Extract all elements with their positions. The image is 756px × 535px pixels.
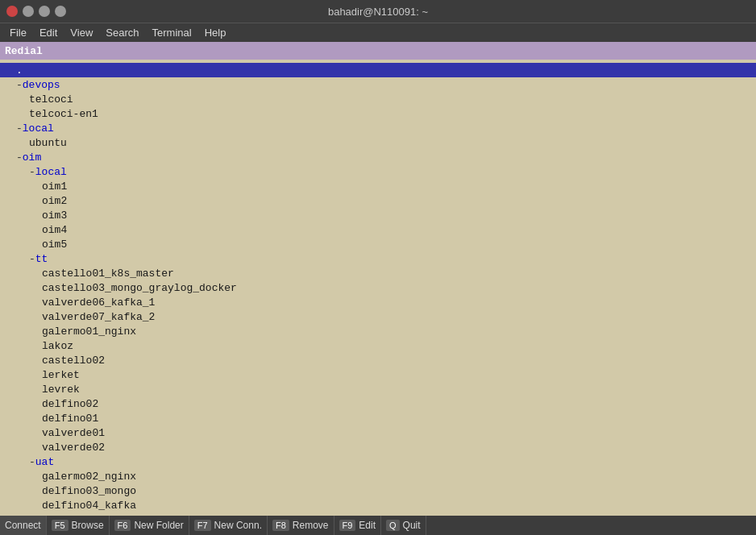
list-item[interactable]: oim4 <box>0 222 756 237</box>
f7-key: F7 <box>194 520 211 531</box>
new-folder-button[interactable]: F6 New Folder <box>110 516 189 535</box>
list-item[interactable]: valverde06_kafka_1 <box>0 295 756 309</box>
maximize-button[interactable] <box>39 6 50 17</box>
list-item[interactable]: oim5 <box>0 237 756 251</box>
quit-label: Quit <box>403 520 421 531</box>
list-item[interactable]: valverde01 <box>0 425 756 440</box>
list-item[interactable]: castello02 <box>0 353 756 367</box>
titlebar: bahadir@N110091: ~ <box>0 0 756 23</box>
quit-button[interactable]: Q Quit <box>381 516 426 535</box>
list-item[interactable]: telcoci <box>0 92 756 106</box>
list-item[interactable]: ubuntu <box>0 135 756 150</box>
list-item[interactable]: oim1 <box>0 179 756 193</box>
list-item[interactable]: galermo01_nginx <box>0 324 756 338</box>
list-item[interactable]: oim2 <box>0 193 756 208</box>
f5-key: F5 <box>52 520 69 531</box>
f9-key: F9 <box>339 520 356 531</box>
menu-search[interactable]: Search <box>99 25 145 40</box>
menu-file[interactable]: File <box>3 25 33 40</box>
new-conn-label: New Conn. <box>214 520 262 531</box>
list-item[interactable]: delfino03_mongo <box>0 483 756 498</box>
shade-button[interactable] <box>55 6 66 17</box>
q-key: Q <box>386 520 400 531</box>
list-item[interactable]: valverde02 <box>0 440 756 454</box>
redial-bar: Redial <box>0 42 756 60</box>
menu-edit[interactable]: Edit <box>33 25 64 40</box>
f8-key: F8 <box>272 520 289 531</box>
list-item[interactable]: galermo02_nginx <box>0 469 756 483</box>
list-item[interactable]: delfino01 <box>0 411 756 425</box>
connect-label: Connect <box>5 520 41 531</box>
new-conn-button[interactable]: F7 New Conn. <box>189 516 268 535</box>
list-item[interactable]: lerket <box>0 367 756 382</box>
f6-key: F6 <box>114 520 131 531</box>
list-item[interactable]: - tt <box>0 251 756 266</box>
list-item[interactable]: lakoz <box>0 338 756 353</box>
list-item[interactable]: castello01_k8s_master <box>0 266 756 280</box>
window-title: bahadir@N110091: ~ <box>328 6 428 18</box>
edit-button[interactable]: F9 Edit <box>334 516 382 535</box>
redial-label: Redial <box>5 45 43 57</box>
remove-button[interactable]: F8 Remove <box>268 516 334 535</box>
list-item[interactable]: delfino04_kafka <box>0 498 756 512</box>
remove-label: Remove <box>293 520 329 531</box>
list-item[interactable]: - local <box>0 121 756 135</box>
menu-view[interactable]: View <box>64 25 99 40</box>
list-item[interactable]: oim3 <box>0 208 756 222</box>
list-item[interactable]: castello03_mongo_graylog_docker <box>0 280 756 295</box>
new-folder-label: New Folder <box>134 520 183 531</box>
list-item[interactable]: valverde07_kafka_2 <box>0 309 756 324</box>
minimize-button[interactable] <box>23 6 34 17</box>
window-controls <box>6 6 66 17</box>
close-button[interactable] <box>6 6 18 17</box>
edit-label: Edit <box>359 520 376 531</box>
toolbar: Connect F5 Browse F6 New Folder F7 New C… <box>0 516 756 535</box>
connect-button[interactable]: Connect <box>0 516 47 535</box>
main-content[interactable]: . - devops telcoci telcoci-en1 - local u… <box>0 60 756 516</box>
list-item[interactable]: delfino02 <box>0 396 756 411</box>
list-item[interactable]: telcoci-en1 <box>0 106 756 121</box>
browse-label: Browse <box>72 520 104 531</box>
menu-terminal[interactable]: Terminal <box>146 25 198 40</box>
list-item[interactable]: - local <box>0 164 756 179</box>
browse-button[interactable]: F5 Browse <box>47 516 110 535</box>
menubar: File Edit View Search Terminal Help <box>0 23 756 42</box>
list-item[interactable]: - devops <box>0 77 756 92</box>
list-item[interactable]: . <box>0 63 756 77</box>
list-item[interactable]: - uat <box>0 454 756 469</box>
list-item[interactable]: - oim <box>0 150 756 164</box>
menu-help[interactable]: Help <box>198 25 233 40</box>
list-item[interactable]: levrek <box>0 382 756 396</box>
